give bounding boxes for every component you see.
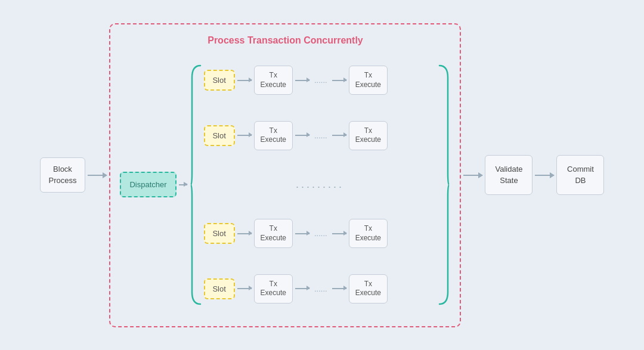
arrow-concurrent-to-validate — [463, 175, 482, 176]
dispatcher-box: Dispatcher — [120, 172, 176, 197]
row-4: Slot Tx Execute ...... Tx Execute — [204, 274, 436, 303]
arrow-r4-1 — [237, 288, 252, 289]
arrow-validate-to-commit — [535, 175, 554, 176]
ellipsis-1: ...... — [312, 76, 330, 85]
arrow-r4-3 — [332, 288, 346, 289]
row-3: Slot Tx Execute ...... Tx Execute — [204, 219, 436, 248]
arrow-block-to-concurrent — [88, 175, 107, 176]
tx-box-2-1: Tx Execute — [254, 121, 293, 150]
block-process-line2: Process — [49, 176, 77, 185]
rows-container: Slot Tx Execute ...... Tx Execute — [204, 54, 436, 315]
tx-box-1-2: Tx Execute — [349, 66, 388, 95]
validate-line2: State — [500, 176, 518, 185]
ellipsis-3: ...... — [312, 229, 330, 238]
tx-box-2-2: Tx Execute — [349, 121, 388, 150]
tx-box-4-2: Tx Execute — [349, 274, 388, 303]
slot-label-4: Slot — [212, 284, 225, 293]
validate-line1: Validate — [495, 165, 522, 174]
validate-state-box: Validate State — [485, 155, 532, 194]
slot-label-3: Slot — [212, 229, 225, 238]
row-2: Slot Tx Execute ...... Tx Execute — [204, 121, 436, 150]
slot-label-2: Slot — [212, 131, 225, 140]
ellipsis-2: ...... — [312, 131, 330, 140]
row-1: Slot Tx Execute ...... Tx Execute — [204, 66, 436, 95]
tx-box-4-1: Tx Execute — [254, 274, 293, 303]
commit-line1: Commit — [567, 165, 594, 174]
commit-db-box: Commit DB — [556, 155, 604, 194]
tx-box-3-1: Tx Execute — [254, 219, 293, 248]
tx-box-1-1: Tx Execute — [254, 66, 293, 95]
vertical-dots: ......... — [204, 176, 436, 193]
arrow-r3-1 — [237, 233, 252, 234]
slot-box-1: Slot — [204, 70, 235, 91]
left-brace — [190, 60, 202, 310]
slot-box-2: Slot — [204, 125, 235, 146]
diagram-container: Block Process Process Transaction Concur… — [0, 0, 644, 350]
arrow-r2-2 — [295, 135, 309, 136]
arrow-r3-2 — [295, 233, 309, 234]
concurrent-box: Process Transaction Concurrently Dispatc… — [109, 23, 461, 327]
slot-box-3: Slot — [204, 223, 235, 244]
arrow-dispatcher — [179, 184, 187, 185]
arrow-r3-3 — [332, 233, 346, 234]
block-process-box: Block Process — [40, 157, 86, 192]
commit-line2: DB — [575, 176, 586, 185]
ellipsis-4: ...... — [312, 284, 330, 293]
arrow-r4-2 — [295, 288, 309, 289]
arrow-r1-3 — [332, 80, 346, 81]
concurrent-title: Process Transaction Concurrently — [208, 35, 363, 46]
arrow-r2-1 — [237, 135, 252, 136]
arrow-r1-2 — [295, 80, 309, 81]
dispatcher-and-rows: Dispatcher Slot Tx — [120, 54, 450, 315]
right-brace — [438, 60, 450, 310]
dispatcher-label: Dispatcher — [129, 180, 166, 189]
arrow-r2-3 — [332, 135, 346, 136]
arrow-r1-1 — [237, 80, 252, 81]
slot-box-4: Slot — [204, 278, 235, 299]
slot-label-1: Slot — [212, 76, 225, 85]
block-process-line1: Block — [53, 165, 72, 174]
tx-box-3-2: Tx Execute — [349, 219, 388, 248]
